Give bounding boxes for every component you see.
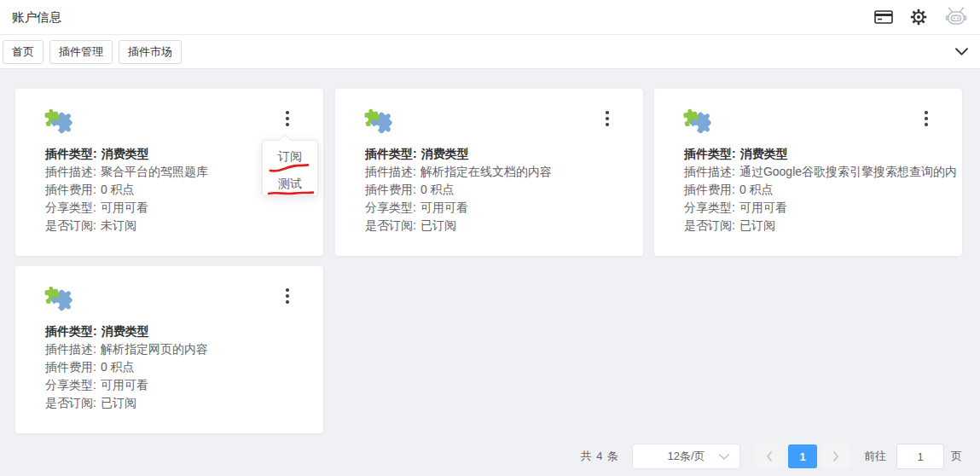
plugin-subscribe-line: 是否订阅:已订阅 [684, 217, 959, 235]
menu-item-subscribe[interactable]: 订阅 [263, 148, 317, 165]
next-page-button[interactable] [821, 444, 850, 468]
chevron-down-icon[interactable] [955, 48, 968, 55]
tab-plugin-management[interactable]: 插件管理 [49, 40, 113, 64]
top-header: 账户信息 [0, 0, 980, 35]
goto-page-input[interactable] [896, 444, 944, 469]
tab-plugin-market[interactable]: 插件市场 [119, 40, 182, 64]
plugin-type-line: 插件类型:消费类型 [365, 145, 640, 163]
plugin-puzzle-icon [681, 105, 720, 139]
menu-item-test[interactable]: 测试 [263, 175, 317, 192]
card-action-menu: 订阅 测试 [262, 140, 318, 196]
plugin-fee-line: 插件费用:0 积点 [365, 181, 640, 199]
plugin-desc-line: 插件描述:解析指定在线文档的内容 [365, 163, 640, 181]
plugin-share-line: 分享类型:可用可看 [45, 199, 320, 217]
plugin-puzzle-icon [42, 105, 81, 139]
plugin-desc-line: 插件描述:通过Google谷歌搜索引擎搜索想查询的内 [684, 163, 959, 181]
plugin-fee-line: 插件费用:0 积点 [45, 358, 320, 376]
plugin-share-line: 分享类型:可用可看 [365, 199, 640, 217]
more-actions-button[interactable] [600, 107, 615, 130]
robot-avatar-icon[interactable] [944, 5, 968, 29]
plugin-subscribe-line: 是否订阅:已订阅 [45, 394, 320, 412]
plugin-puzzle-icon [42, 282, 81, 316]
plugin-card: 插件类型:消费类型 插件描述:解析指定网页的内容 插件费用:0 积点 分享类型:… [15, 266, 323, 433]
page-size-value: 12条/页 [667, 449, 705, 464]
more-actions-button[interactable] [280, 285, 295, 307]
more-actions-button[interactable] [919, 107, 934, 130]
prev-page-button[interactable] [755, 444, 784, 468]
plugin-subscribe-line: 是否订阅:已订阅 [365, 217, 640, 235]
page-title: 账户信息 [12, 9, 61, 26]
plugin-subscribe-line: 是否订阅:未订阅 [45, 217, 320, 235]
tags-view-bar: 首页 插件管理 插件市场 [0, 35, 980, 69]
plugin-puzzle-icon [362, 105, 401, 139]
chevron-right-icon [832, 451, 839, 461]
pagination-bar: 共 4 条 12条/页 1 前往 页 [581, 443, 962, 470]
plugin-type-line: 插件类型:消费类型 [684, 145, 959, 163]
plugin-fee-line: 插件费用:0 积点 [684, 181, 959, 199]
plugin-type-line: 插件类型:消费类型 [45, 322, 320, 340]
settings-gear-icon[interactable] [910, 9, 927, 26]
plugin-desc-line: 插件描述:解析指定网页的内容 [45, 340, 320, 358]
plugin-share-line: 分享类型:可用可看 [45, 376, 320, 394]
plugin-card: 插件类型:消费类型 插件描述:解析指定在线文档的内容 插件费用:0 积点 分享类… [335, 89, 643, 256]
page-number-button[interactable]: 1 [788, 444, 817, 468]
page-size-select[interactable]: 12条/页 [632, 444, 740, 469]
header-toolbar [874, 5, 968, 29]
plugin-card: 插件类型:消费类型 插件描述:通过Google谷歌搜索引擎搜索想查询的内 插件费… [654, 89, 962, 256]
more-actions-button[interactable] [280, 107, 295, 130]
tab-home[interactable]: 首页 [3, 40, 43, 64]
pagination-total: 共 4 条 [581, 449, 619, 464]
chevron-down-icon [719, 454, 729, 460]
bank-card-icon[interactable] [874, 9, 893, 25]
page-suffix-label: 页 [951, 449, 962, 464]
goto-page-label: 前往 [864, 449, 886, 464]
plugin-share-line: 分享类型:可用可看 [684, 199, 959, 217]
plugin-market-content: 插件类型:消费类型 插件描述:聚合平台的驾照题库 插件费用:0 积点 分享类型:… [0, 69, 980, 476]
chevron-left-icon [766, 451, 773, 461]
